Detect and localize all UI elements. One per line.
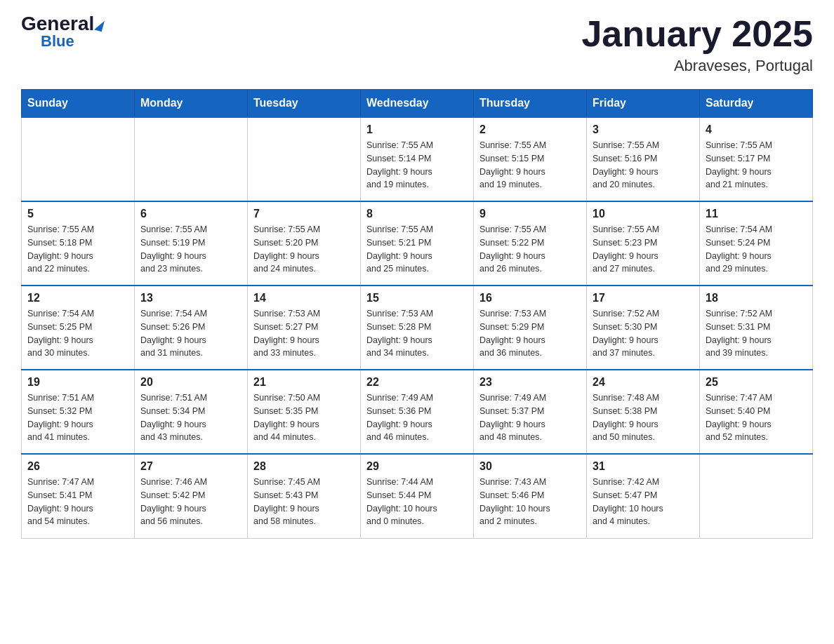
day-number: 19: [27, 376, 128, 389]
calendar-cell: 8Sunrise: 7:55 AM Sunset: 5:21 PM Daylig…: [361, 201, 474, 286]
day-info: Sunrise: 7:42 AM Sunset: 5:47 PM Dayligh…: [593, 476, 694, 528]
day-number: 1: [366, 123, 468, 136]
day-number: 8: [366, 208, 468, 220]
day-info: Sunrise: 7:50 AM Sunset: 5:35 PM Dayligh…: [253, 391, 355, 444]
day-number: 6: [140, 208, 241, 220]
calendar-cell: 28Sunrise: 7:45 AM Sunset: 5:43 PM Dayli…: [248, 454, 361, 538]
page-header: General Blue January 2025 Abraveses, Por…: [21, 14, 813, 75]
column-header-friday: Friday: [587, 90, 700, 118]
week-row-2: 5Sunrise: 7:55 AM Sunset: 5:18 PM Daylig…: [22, 201, 813, 286]
calendar-cell: 18Sunrise: 7:52 AM Sunset: 5:31 PM Dayli…: [700, 286, 813, 370]
day-number: 14: [253, 292, 355, 304]
calendar-cell: [22, 117, 135, 201]
calendar-header: SundayMondayTuesdayWednesdayThursdayFrid…: [22, 90, 813, 118]
day-number: 21: [253, 376, 355, 389]
calendar-cell: [700, 454, 813, 538]
day-info: Sunrise: 7:45 AM Sunset: 5:43 PM Dayligh…: [253, 476, 355, 528]
calendar-cell: 20Sunrise: 7:51 AM Sunset: 5:34 PM Dayli…: [135, 370, 248, 454]
calendar-cell: 15Sunrise: 7:53 AM Sunset: 5:28 PM Dayli…: [361, 286, 474, 370]
day-info: Sunrise: 7:55 AM Sunset: 5:23 PM Dayligh…: [593, 223, 694, 276]
calendar-cell: 16Sunrise: 7:53 AM Sunset: 5:29 PM Dayli…: [474, 286, 587, 370]
day-number: 12: [27, 292, 128, 304]
day-info: Sunrise: 7:55 AM Sunset: 5:19 PM Dayligh…: [140, 223, 241, 276]
calendar-cell: 4Sunrise: 7:55 AM Sunset: 5:17 PM Daylig…: [700, 117, 813, 201]
calendar-cell: 26Sunrise: 7:47 AM Sunset: 5:41 PM Dayli…: [22, 454, 135, 538]
day-number: 9: [479, 208, 581, 220]
day-number: 11: [706, 208, 807, 220]
week-row-4: 19Sunrise: 7:51 AM Sunset: 5:32 PM Dayli…: [22, 370, 813, 454]
header-row: SundayMondayTuesdayWednesdayThursdayFrid…: [22, 90, 813, 118]
day-info: Sunrise: 7:43 AM Sunset: 5:46 PM Dayligh…: [479, 476, 581, 528]
day-number: 31: [593, 460, 694, 473]
day-info: Sunrise: 7:49 AM Sunset: 5:37 PM Dayligh…: [479, 391, 581, 444]
week-row-1: 1Sunrise: 7:55 AM Sunset: 5:14 PM Daylig…: [22, 117, 813, 201]
day-info: Sunrise: 7:52 AM Sunset: 5:30 PM Dayligh…: [593, 307, 694, 360]
week-row-5: 26Sunrise: 7:47 AM Sunset: 5:41 PM Dayli…: [22, 454, 813, 538]
week-row-3: 12Sunrise: 7:54 AM Sunset: 5:25 PM Dayli…: [22, 286, 813, 370]
day-info: Sunrise: 7:51 AM Sunset: 5:34 PM Dayligh…: [140, 391, 241, 444]
day-number: 15: [366, 292, 468, 304]
day-number: 30: [479, 460, 581, 473]
day-info: Sunrise: 7:55 AM Sunset: 5:17 PM Dayligh…: [706, 139, 807, 192]
day-number: 16: [479, 292, 581, 304]
day-number: 28: [253, 460, 355, 473]
day-number: 22: [366, 376, 468, 389]
calendar-cell: 2Sunrise: 7:55 AM Sunset: 5:15 PM Daylig…: [474, 117, 587, 201]
calendar-table: SundayMondayTuesdayWednesdayThursdayFrid…: [21, 89, 813, 539]
day-number: 10: [593, 208, 694, 220]
day-info: Sunrise: 7:55 AM Sunset: 5:15 PM Dayligh…: [479, 139, 581, 192]
calendar-cell: 13Sunrise: 7:54 AM Sunset: 5:26 PM Dayli…: [135, 286, 248, 370]
day-number: 3: [593, 123, 694, 136]
column-header-wednesday: Wednesday: [361, 90, 474, 118]
calendar-title: January 2025: [581, 14, 813, 54]
day-info: Sunrise: 7:52 AM Sunset: 5:31 PM Dayligh…: [706, 307, 807, 360]
day-number: 4: [706, 123, 807, 136]
day-info: Sunrise: 7:51 AM Sunset: 5:32 PM Dayligh…: [27, 391, 128, 444]
day-info: Sunrise: 7:54 AM Sunset: 5:24 PM Dayligh…: [706, 223, 807, 276]
logo-blue-text: Blue: [41, 34, 74, 49]
day-info: Sunrise: 7:55 AM Sunset: 5:16 PM Dayligh…: [593, 139, 694, 192]
calendar-cell: 6Sunrise: 7:55 AM Sunset: 5:19 PM Daylig…: [135, 201, 248, 286]
day-info: Sunrise: 7:48 AM Sunset: 5:38 PM Dayligh…: [593, 391, 694, 444]
day-info: Sunrise: 7:47 AM Sunset: 5:41 PM Dayligh…: [27, 476, 128, 528]
day-number: 2: [479, 123, 581, 136]
calendar-subtitle: Abraveses, Portugal: [581, 57, 813, 75]
logo: General Blue: [21, 14, 103, 49]
logo-triangle-icon: [94, 19, 105, 32]
calendar-cell: 19Sunrise: 7:51 AM Sunset: 5:32 PM Dayli…: [22, 370, 135, 454]
day-info: Sunrise: 7:46 AM Sunset: 5:42 PM Dayligh…: [140, 476, 241, 528]
calendar-cell: 22Sunrise: 7:49 AM Sunset: 5:36 PM Dayli…: [361, 370, 474, 454]
day-number: 25: [706, 376, 807, 389]
column-header-sunday: Sunday: [22, 90, 135, 118]
day-info: Sunrise: 7:53 AM Sunset: 5:29 PM Dayligh…: [479, 307, 581, 360]
calendar-cell: 17Sunrise: 7:52 AM Sunset: 5:30 PM Dayli…: [587, 286, 700, 370]
day-number: 18: [706, 292, 807, 304]
calendar-cell: 25Sunrise: 7:47 AM Sunset: 5:40 PM Dayli…: [700, 370, 813, 454]
day-number: 13: [140, 292, 241, 304]
calendar-cell: 9Sunrise: 7:55 AM Sunset: 5:22 PM Daylig…: [474, 201, 587, 286]
day-number: 27: [140, 460, 241, 473]
calendar-cell: 29Sunrise: 7:44 AM Sunset: 5:44 PM Dayli…: [361, 454, 474, 538]
calendar-cell: 31Sunrise: 7:42 AM Sunset: 5:47 PM Dayli…: [587, 454, 700, 538]
day-info: Sunrise: 7:55 AM Sunset: 5:22 PM Dayligh…: [479, 223, 581, 276]
column-header-saturday: Saturday: [700, 90, 813, 118]
title-block: January 2025 Abraveses, Portugal: [581, 14, 813, 75]
column-header-monday: Monday: [135, 90, 248, 118]
day-info: Sunrise: 7:55 AM Sunset: 5:14 PM Dayligh…: [366, 139, 468, 192]
day-number: 17: [593, 292, 694, 304]
day-info: Sunrise: 7:54 AM Sunset: 5:25 PM Dayligh…: [27, 307, 128, 360]
calendar-cell: 10Sunrise: 7:55 AM Sunset: 5:23 PM Dayli…: [587, 201, 700, 286]
logo-general-text: General: [21, 14, 94, 34]
calendar-cell: 24Sunrise: 7:48 AM Sunset: 5:38 PM Dayli…: [587, 370, 700, 454]
calendar-body: 1Sunrise: 7:55 AM Sunset: 5:14 PM Daylig…: [22, 117, 813, 538]
day-info: Sunrise: 7:55 AM Sunset: 5:20 PM Dayligh…: [253, 223, 355, 276]
day-info: Sunrise: 7:53 AM Sunset: 5:28 PM Dayligh…: [366, 307, 468, 360]
calendar-cell: [135, 117, 248, 201]
calendar-cell: 1Sunrise: 7:55 AM Sunset: 5:14 PM Daylig…: [361, 117, 474, 201]
column-header-thursday: Thursday: [474, 90, 587, 118]
day-number: 29: [366, 460, 468, 473]
calendar-cell: 7Sunrise: 7:55 AM Sunset: 5:20 PM Daylig…: [248, 201, 361, 286]
day-number: 5: [27, 208, 128, 220]
day-number: 23: [479, 376, 581, 389]
calendar-cell: 23Sunrise: 7:49 AM Sunset: 5:37 PM Dayli…: [474, 370, 587, 454]
